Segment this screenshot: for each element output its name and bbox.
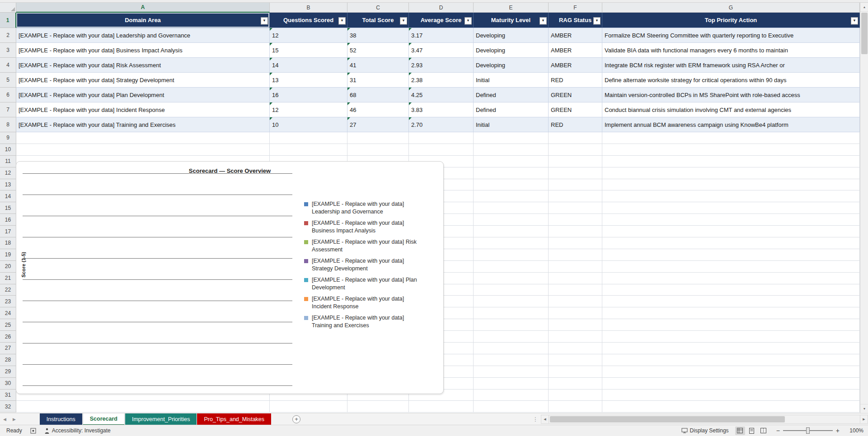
row-header-6[interactable]: 6 (0, 88, 16, 102)
cell-E21[interactable] (474, 273, 549, 284)
sheet-tab-instructions[interactable]: Instructions (40, 413, 82, 425)
cell-A8[interactable]: [EXAMPLE - Replace with your data] Train… (16, 117, 270, 132)
cell-B8[interactable]: 10 (270, 117, 347, 132)
cell-G29[interactable] (602, 366, 860, 378)
tab-splitter-icon[interactable]: ⋮ (533, 416, 538, 422)
row-header-32[interactable]: 32 (0, 401, 16, 413)
cell-F17[interactable] (549, 226, 602, 237)
cell-D5[interactable]: 2.38 (409, 73, 474, 88)
row-header-27[interactable]: 27 (0, 343, 16, 354)
cell-G12[interactable] (602, 167, 860, 179)
cell-G8[interactable]: Implement annual BCM awareness campaign … (602, 117, 860, 132)
macro-record-button[interactable] (30, 428, 36, 434)
cell-F31[interactable] (549, 390, 602, 401)
row-header-18[interactable]: 18 (0, 237, 16, 249)
cell-G4[interactable]: Integrate BCM risk register with ERM fra… (602, 58, 860, 73)
cell-F22[interactable] (549, 284, 602, 296)
cell-F27[interactable] (549, 343, 602, 354)
row-header-8[interactable]: 8 (0, 117, 16, 132)
cell-G32[interactable] (602, 401, 860, 413)
cell-E20[interactable] (474, 261, 549, 273)
cell-E4[interactable]: Developing (474, 58, 549, 73)
column-header-C[interactable]: C (347, 3, 409, 13)
cell-A6[interactable]: [EXAMPLE - Replace with your data] Plan … (16, 88, 270, 102)
cell-A32[interactable] (16, 401, 270, 413)
cell-F1[interactable]: RAG Status▼ (549, 13, 602, 28)
column-header-G[interactable]: G (602, 3, 860, 13)
cell-C10[interactable] (347, 144, 409, 156)
horizontal-scroll-thumb[interactable] (550, 416, 785, 422)
zoom-slider-thumb[interactable] (806, 427, 810, 434)
cell-F6[interactable]: GREEN (549, 88, 602, 102)
cell-A2[interactable]: [EXAMPLE - Replace with your data] Leade… (16, 28, 270, 43)
cell-B7[interactable]: 12 (270, 102, 347, 117)
cell-G30[interactable] (602, 378, 860, 390)
cell-D3[interactable]: 3.47 (409, 43, 474, 58)
cell-A5[interactable]: [EXAMPLE - Replace with your data] Strat… (16, 73, 270, 88)
filter-dropdown-icon[interactable]: ▼ (400, 17, 407, 24)
new-sheet-button[interactable]: + (292, 415, 300, 423)
filter-dropdown-icon[interactable]: ▼ (593, 17, 601, 24)
cell-G28[interactable] (602, 354, 860, 366)
row-header-22[interactable]: 22 (0, 284, 16, 296)
row-header-10[interactable]: 10 (0, 144, 16, 156)
cell-B3[interactable]: 15 (270, 43, 347, 58)
cell-A7[interactable]: [EXAMPLE - Replace with your data] Incid… (16, 102, 270, 117)
row-header-19[interactable]: 19 (0, 249, 16, 261)
cell-E27[interactable] (474, 343, 549, 354)
cell-F8[interactable]: RED (549, 117, 602, 132)
row-header-5[interactable]: 5 (0, 73, 16, 88)
cell-G21[interactable] (602, 273, 860, 284)
cell-G26[interactable] (602, 331, 860, 343)
cell-F11[interactable] (549, 156, 602, 167)
display-settings-button[interactable]: Display Settings (681, 427, 729, 434)
row-header-1[interactable]: 1 (0, 13, 16, 28)
cell-C1[interactable]: Total Score▼ (347, 13, 409, 28)
cell-E17[interactable] (474, 226, 549, 237)
cell-C32[interactable] (347, 401, 409, 413)
filter-dropdown-icon[interactable]: ▼ (464, 17, 472, 24)
zoom-slider[interactable] (783, 430, 833, 431)
scroll-up-icon[interactable]: ▲ (860, 3, 868, 12)
cell-B1[interactable]: Questions Scored▼ (270, 13, 347, 28)
row-header-31[interactable]: 31 (0, 390, 16, 401)
cell-C8[interactable]: 27 (347, 117, 409, 132)
tab-nav-right-icon[interactable]: ▶ (9, 417, 19, 422)
cell-F7[interactable]: GREEN (549, 102, 602, 117)
row-header-15[interactable]: 15 (0, 202, 16, 214)
cell-D9[interactable] (409, 132, 474, 144)
cell-E6[interactable]: Defined (474, 88, 549, 102)
cell-G19[interactable] (602, 249, 860, 261)
cell-E25[interactable] (474, 319, 549, 331)
cell-A10[interactable] (16, 144, 270, 156)
cell-D32[interactable] (409, 401, 474, 413)
cell-C3[interactable]: 52 (347, 43, 409, 58)
row-header-4[interactable]: 4 (0, 58, 16, 73)
cell-F32[interactable] (549, 401, 602, 413)
cell-E32[interactable] (474, 401, 549, 413)
row-header-29[interactable]: 29 (0, 366, 16, 378)
vertical-scrollbar[interactable]: ▲ ▼ (860, 3, 868, 413)
cell-D4[interactable]: 2.93 (409, 58, 474, 73)
cell-C9[interactable] (347, 132, 409, 144)
cell-G16[interactable] (602, 214, 860, 226)
cell-G22[interactable] (602, 284, 860, 296)
cell-B6[interactable]: 16 (270, 88, 347, 102)
row-header-17[interactable]: 17 (0, 226, 16, 237)
cell-A3[interactable]: [EXAMPLE - Replace with your data] Busin… (16, 43, 270, 58)
cell-F30[interactable] (549, 378, 602, 390)
cell-F14[interactable] (549, 190, 602, 202)
cell-D8[interactable]: 2.70 (409, 117, 474, 132)
cell-B4[interactable]: 14 (270, 58, 347, 73)
cell-F25[interactable] (549, 319, 602, 331)
row-header-24[interactable]: 24 (0, 307, 16, 319)
cell-E18[interactable] (474, 237, 549, 249)
row-header-23[interactable]: 23 (0, 296, 16, 307)
cell-G2[interactable]: Formalize BCM Steering Committee with qu… (602, 28, 860, 43)
cell-E24[interactable] (474, 307, 549, 319)
cell-E28[interactable] (474, 354, 549, 366)
cell-A1[interactable]: Domain Area▼ (16, 13, 270, 28)
cell-G18[interactable] (602, 237, 860, 249)
row-header-7[interactable]: 7 (0, 102, 16, 117)
cell-C4[interactable]: 41 (347, 58, 409, 73)
